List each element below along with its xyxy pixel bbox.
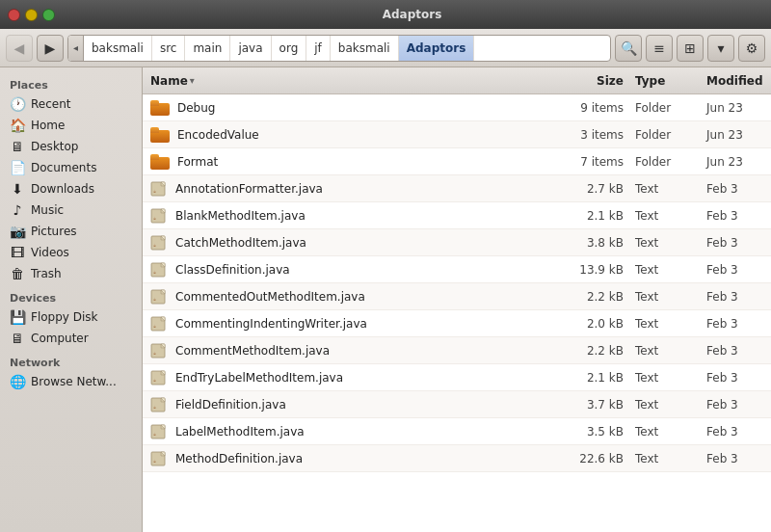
list-view-icon: ≡ xyxy=(653,40,665,56)
folder-icon xyxy=(150,127,170,143)
file-name: ☕ CatchMethodItem.java xyxy=(143,234,554,252)
file-name-text: LabelMethodItem.java xyxy=(175,425,305,439)
breadcrumb-item-java[interactable]: java xyxy=(230,35,271,62)
breadcrumb-item-org[interactable]: org xyxy=(272,35,307,62)
file-size: 2.0 kB xyxy=(554,317,631,331)
table-row[interactable]: ☕ LabelMethodItem.java 3.5 kB Text Feb 3 xyxy=(143,418,771,445)
file-name-text: AnnotationFormatter.java xyxy=(175,182,323,196)
breadcrumb-scroll-left[interactable]: ◂ xyxy=(68,35,84,62)
file-name: ☕ EndTryLabelMethodItem.java xyxy=(143,369,554,386)
table-row[interactable]: ☕ CommentedOutMethodItem.java 2.2 kB Tex… xyxy=(143,283,771,310)
file-type: Text xyxy=(631,425,699,439)
breadcrumb-item-jf[interactable]: jf xyxy=(306,35,331,62)
java-file-icon: ☕ xyxy=(150,369,168,386)
sidebar-item-documents[interactable]: 📄Documents xyxy=(0,157,142,178)
breadcrumb-bar: ◂ baksmalisrcmainjavaorgjfbaksmaliAdapto… xyxy=(67,35,611,62)
java-file-icon: ☕ xyxy=(150,315,168,332)
file-name-text: FieldDefinition.java xyxy=(175,398,286,412)
column-header-modified[interactable]: Modified xyxy=(699,74,771,88)
sidebar-item-home[interactable]: 🏠Home xyxy=(0,115,142,136)
sidebar-label-pictures: Pictures xyxy=(31,225,77,238)
browse-icon: 🌐 xyxy=(10,374,25,389)
sidebar-item-floppy[interactable]: 💾Floppy Disk xyxy=(0,306,142,328)
close-button[interactable] xyxy=(8,9,20,21)
sidebar-item-videos[interactable]: 🎞Videos xyxy=(0,242,142,263)
table-row[interactable]: Debug 9 items Folder Jun 23 xyxy=(143,94,771,121)
svg-text:☕: ☕ xyxy=(153,458,156,464)
sidebar-item-recent[interactable]: 🕐Recent xyxy=(0,93,142,115)
table-row[interactable]: ☕ CatchMethodItem.java 3.8 kB Text Feb 3 xyxy=(143,229,771,256)
sidebar-item-trash[interactable]: 🗑Trash xyxy=(0,263,142,284)
file-modified: Feb 3 xyxy=(699,263,771,277)
toolbar: ◀ ▶ ◂ baksmalisrcmainjavaorgjfbaksmaliAd… xyxy=(0,29,771,67)
file-size: 3.5 kB xyxy=(554,425,631,439)
file-name: Format xyxy=(143,154,554,170)
file-name: ☕ MethodDefinition.java xyxy=(143,450,554,467)
sidebar-label-videos: Videos xyxy=(31,246,69,259)
file-list-header: Name ▾ Size Type Modified xyxy=(143,67,771,94)
table-row[interactable]: ☕ CommentMethodItem.java 2.2 kB Text Feb… xyxy=(143,337,771,364)
file-modified: Jun 23 xyxy=(699,128,771,142)
table-row[interactable]: ☕ EndTryLabelMethodItem.java 2.1 kB Text… xyxy=(143,364,771,391)
sidebar-label-recent: Recent xyxy=(31,97,70,111)
table-row[interactable]: ☕ MethodDefinition.java 22.6 kB Text Feb… xyxy=(143,445,771,472)
forward-button[interactable]: ▶ xyxy=(37,35,64,62)
file-name: ☕ CommentMethodItem.java xyxy=(143,342,554,359)
file-size: 2.1 kB xyxy=(554,371,631,385)
grid-view-icon: ⊞ xyxy=(684,40,696,56)
list-view-button[interactable]: ≡ xyxy=(646,35,673,62)
java-file-icon: ☕ xyxy=(150,450,168,467)
settings-button[interactable]: ⚙ xyxy=(738,35,765,62)
table-row[interactable]: ☕ BlankMethodItem.java 2.1 kB Text Feb 3 xyxy=(143,202,771,229)
column-header-type[interactable]: Type xyxy=(631,74,699,88)
file-type: Text xyxy=(631,236,699,250)
grid-view-button[interactable]: ⊞ xyxy=(677,35,704,62)
svg-text:☕: ☕ xyxy=(153,377,156,383)
sort-arrow-icon: ▾ xyxy=(190,75,195,86)
breadcrumb-items: baksmalisrcmainjavaorgjfbaksmaliAdaptors xyxy=(84,35,610,62)
breadcrumb-item-src[interactable]: src xyxy=(152,35,186,62)
file-type: Text xyxy=(631,290,699,304)
view-dropdown-icon: ▾ xyxy=(717,40,724,56)
file-modified: Feb 3 xyxy=(699,290,771,304)
view-dropdown-button[interactable]: ▾ xyxy=(707,35,734,62)
table-row[interactable]: ☕ CommentingIndentingWriter.java 2.0 kB … xyxy=(143,310,771,337)
table-row[interactable]: ☕ ClassDefinition.java 13.9 kB Text Feb … xyxy=(143,256,771,283)
table-row[interactable]: ☕ FieldDefinition.java 3.7 kB Text Feb 3 xyxy=(143,391,771,418)
table-row[interactable]: ☕ AnnotationFormatter.java 2.7 kB Text F… xyxy=(143,175,771,202)
sidebar-item-pictures[interactable]: 📷Pictures xyxy=(0,221,142,242)
table-row[interactable]: EncodedValue 3 items Folder Jun 23 xyxy=(143,121,771,148)
back-icon: ◀ xyxy=(14,40,25,56)
svg-text:☕: ☕ xyxy=(153,242,156,248)
column-header-size[interactable]: Size xyxy=(554,74,631,88)
minimize-button[interactable] xyxy=(25,9,38,21)
back-button[interactable]: ◀ xyxy=(6,35,33,62)
sidebar-label-browse: Browse Netw... xyxy=(31,375,117,388)
breadcrumb-item-adaptors[interactable]: Adaptors xyxy=(399,35,475,62)
file-name: ☕ LabelMethodItem.java xyxy=(143,423,554,440)
breadcrumb-item-main[interactable]: main xyxy=(185,35,230,62)
file-name-text: Format xyxy=(177,155,218,169)
breadcrumb-item-baksmali[interactable]: baksmali xyxy=(84,35,152,62)
file-name: EncodedValue xyxy=(143,127,554,143)
table-row[interactable]: Format 7 items Folder Jun 23 xyxy=(143,148,771,175)
svg-text:☕: ☕ xyxy=(153,215,156,221)
file-name-text: EndTryLabelMethodItem.java xyxy=(175,371,343,385)
column-header-name[interactable]: Name ▾ xyxy=(143,74,554,88)
sidebar-item-music[interactable]: ♪Music xyxy=(0,200,142,221)
sidebar-item-downloads[interactable]: ⬇Downloads xyxy=(0,178,142,200)
maximize-button[interactable] xyxy=(42,9,55,21)
file-name: ☕ CommentedOutMethodItem.java xyxy=(143,288,554,306)
file-list-container[interactable]: Name ▾ Size Type Modified Debug 9 items … xyxy=(143,67,771,532)
window-buttons xyxy=(8,9,55,21)
file-type: Text xyxy=(631,182,699,196)
file-size: 7 items xyxy=(554,155,631,169)
sidebar-item-computer[interactable]: 🖥Computer xyxy=(0,328,142,349)
file-size: 13.9 kB xyxy=(554,263,631,277)
sidebar-item-browse[interactable]: 🌐Browse Netw... xyxy=(0,371,142,392)
java-file-icon: ☕ xyxy=(150,342,168,359)
search-button[interactable]: 🔍 xyxy=(615,35,642,62)
sidebar-item-desktop[interactable]: 🖥Desktop xyxy=(0,136,142,157)
file-name: ☕ FieldDefinition.java xyxy=(143,396,554,413)
breadcrumb-item-baksmali[interactable]: baksmali xyxy=(331,35,399,62)
